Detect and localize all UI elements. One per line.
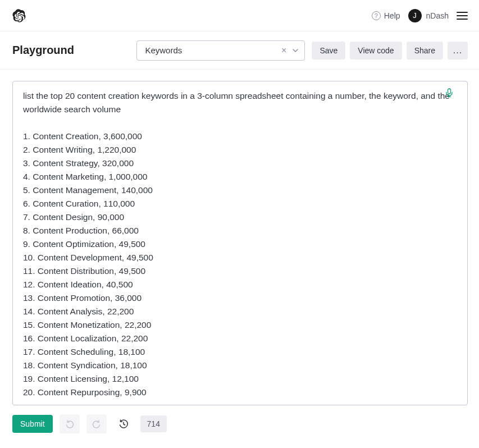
history-button[interactable] (113, 414, 134, 433)
more-button[interactable]: ... (448, 42, 468, 60)
top-bar: ? Help J nDash (0, 0, 479, 31)
prompt-editor[interactable]: list the top 20 content creation keyword… (13, 81, 467, 405)
undo-button[interactable] (60, 414, 80, 433)
view-code-button[interactable]: View code (350, 42, 402, 60)
share-button[interactable]: Share (407, 42, 443, 60)
bottom-bar: Submit 714 (0, 405, 479, 442)
redo-button[interactable] (86, 414, 107, 433)
sub-bar: Playground Keywords × Save View code Sha… (0, 31, 479, 70)
page-title: Playground (12, 44, 132, 57)
preset-value: Keywords (145, 45, 276, 55)
user-menu[interactable]: J nDash (408, 9, 449, 22)
microphone-icon[interactable] (445, 88, 454, 99)
token-count: 714 (140, 415, 167, 432)
help-link[interactable]: ? Help (372, 11, 400, 20)
editor-shell: list the top 20 content creation keyword… (12, 81, 468, 405)
chevron-down-icon (292, 47, 299, 54)
avatar: J (408, 9, 422, 22)
submit-button[interactable]: Submit (12, 415, 53, 433)
user-name: nDash (426, 11, 449, 20)
openai-logo-icon (12, 9, 26, 22)
main-area: list the top 20 content creation keyword… (0, 70, 479, 405)
logo[interactable] (12, 9, 26, 22)
help-icon: ? (372, 11, 381, 20)
menu-button[interactable] (457, 10, 468, 22)
help-label: Help (384, 11, 400, 20)
svg-rect-0 (448, 89, 451, 94)
clear-icon[interactable]: × (280, 45, 288, 56)
save-button[interactable]: Save (312, 42, 345, 60)
preset-select[interactable]: Keywords × (136, 40, 305, 61)
